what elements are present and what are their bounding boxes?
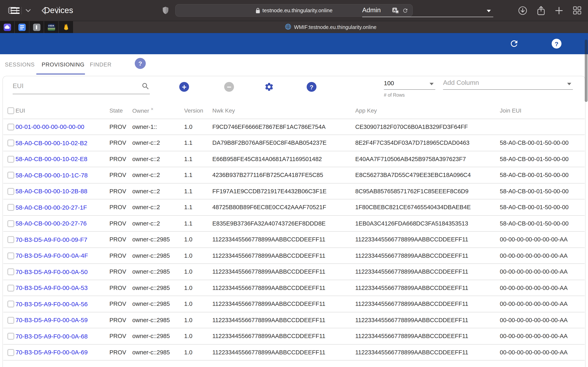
- row-checkbox[interactable]: [7, 156, 14, 162]
- settings-gear-button[interactable]: [264, 82, 274, 92]
- state-cell: PROV: [109, 119, 132, 135]
- remove-column-icon[interactable]: ×: [151, 107, 153, 111]
- page-scrollbar-thumb[interactable]: [585, 40, 588, 102]
- join-eui-cell: 00-00-00-00-00-00-00-AA: [500, 248, 585, 264]
- row-checkbox[interactable]: [7, 284, 14, 291]
- add-device-button[interactable]: +: [179, 82, 189, 92]
- menu-icon[interactable]: [11, 7, 20, 14]
- pinned-tab[interactable]: USDA: [44, 21, 59, 33]
- eui-link[interactable]: 70-B3-D5-A9-F0-00-09-F7: [16, 231, 109, 248]
- owner-cell: owner-c::2985: [132, 264, 184, 280]
- chevron-down-icon: [567, 83, 571, 85]
- column-header-app-key[interactable]: App Key: [355, 102, 500, 119]
- tab-sessions[interactable]: SESSIONS: [5, 62, 35, 68]
- docs-icon: [18, 24, 26, 31]
- pinned-tab[interactable]: [15, 21, 29, 33]
- eui-link[interactable]: 70-B3-D5-A9-F0-00-0A-69: [16, 344, 109, 360]
- eui-link[interactable]: 58-A0-CB-00-00-10-2B-88: [16, 183, 109, 199]
- active-tab[interactable]: WMIF:testnode.eu.thingularity.online: [73, 21, 588, 33]
- help-glyph: ?: [138, 60, 142, 67]
- row-checkbox[interactable]: [7, 188, 14, 195]
- row-checkbox[interactable]: [7, 333, 14, 340]
- join-eui-cell: 00-00-00-00-00-00-00-AA: [500, 280, 585, 296]
- column-header-state[interactable]: State: [109, 102, 132, 119]
- refresh-button[interactable]: [509, 39, 519, 49]
- column-header-join-eui[interactable]: Join EUI: [500, 102, 585, 119]
- nwk-key-cell: 112233445566778899AABBCCDDEEFF11: [212, 264, 355, 280]
- table-row: 70-B3-D5-A9-F0-00-09-F7PROVowner-c::2985…: [3, 231, 585, 248]
- column-header-eui[interactable]: EUI: [16, 102, 109, 119]
- nwk-key-cell: FF197A1E9CCDB721917E4432B06C3F1E: [212, 183, 355, 199]
- header-help-button[interactable]: ?: [552, 39, 562, 49]
- account-select[interactable]: Admin: [362, 5, 493, 17]
- nwk-key-cell: 112233445566778899AABBCCDDEEFF11: [212, 296, 355, 312]
- toolbar-help-button[interactable]: ?: [307, 82, 316, 92]
- table-row: 58-A0-CB-00-00-20-27-76PROVowner-c::21.1…: [3, 215, 585, 231]
- pinned-tab[interactable]: [0, 21, 15, 33]
- app-key-cell: 112233445566778899AABBCCDDEEFF11: [355, 344, 500, 360]
- eui-link[interactable]: 58-A0-CB-00-00-20-27-1F: [16, 199, 109, 215]
- rows-per-page-select[interactable]: 100: [384, 78, 435, 90]
- eui-link[interactable]: 58-A0-CB-00-00-10-02-E8: [16, 151, 109, 167]
- row-checkbox[interactable]: [7, 236, 14, 243]
- eui-link[interactable]: 70-B3-D5-A9-F0-00-0A-50: [16, 264, 109, 280]
- remove-device-button[interactable]: −: [224, 82, 234, 92]
- join-eui-cell: 58-A0-CB-00-01-50-00-00: [500, 215, 585, 231]
- row-checkbox[interactable]: [7, 349, 14, 356]
- sidebar-chevron-down-icon[interactable]: [26, 9, 31, 12]
- join-eui-cell: 00-00-00-00-00-00-00-AA: [500, 312, 585, 328]
- version-cell: 1.0: [184, 119, 212, 135]
- version-cell: 1.1: [184, 151, 212, 167]
- eui-link[interactable]: 58-A0-CB-00-00-10-02-B2: [16, 135, 109, 151]
- app-key-cell: 112233445566778899AABBCCDDEEFF11: [355, 312, 500, 328]
- owner-cell: owner-c::2985: [132, 280, 184, 296]
- share-icon[interactable]: [537, 6, 545, 15]
- eui-search-field[interactable]: EUI: [13, 80, 150, 94]
- downloads-icon[interactable]: [518, 6, 527, 15]
- tab-provisioning[interactable]: PROVISIONING: [42, 62, 85, 68]
- row-checkbox[interactable]: [7, 123, 14, 130]
- tab-finder[interactable]: FINDER: [90, 62, 112, 68]
- new-tab-icon[interactable]: [555, 6, 563, 15]
- row-checkbox[interactable]: [7, 220, 14, 227]
- version-cell: 1.1: [184, 199, 212, 215]
- join-eui-cell: 00-00-00-00-00-00-00-AA: [500, 328, 585, 344]
- eui-link[interactable]: 70-B3-D5-A9-F0-00-0A-68: [16, 328, 109, 344]
- row-checkbox[interactable]: [7, 317, 14, 324]
- table-row: 58-A0-CB-00-00-10-02-B2PROVowner-c::21.1…: [3, 135, 585, 151]
- table-row: 58-A0-CB-00-00-10-2B-88PROVowner-c::21.1…: [3, 183, 585, 199]
- eui-link[interactable]: 70-B3-D5-A9-F0-00-0A-53: [16, 280, 109, 296]
- tab-overview-icon[interactable]: [573, 6, 581, 15]
- row-checkbox[interactable]: [7, 140, 14, 146]
- pinned-tab[interactable]: [59, 21, 73, 33]
- eui-link[interactable]: 58-A0-CB-00-00-10-1C-78: [16, 167, 109, 183]
- column-header-nwk-key[interactable]: Nwk Key: [212, 102, 355, 119]
- tabs-help-button[interactable]: ?: [135, 58, 146, 69]
- eui-link[interactable]: 70-B3-D5-A9-F0-00-0A-56: [16, 296, 109, 312]
- pill-icon: [33, 24, 40, 31]
- active-tab-title: WMIF:testnode.eu.thingularity.online: [294, 24, 376, 30]
- app-key-cell: 112233445566778899AABBCCDDEEFF11: [355, 264, 500, 280]
- page-title: Devices: [44, 6, 73, 15]
- search-icon[interactable]: [141, 82, 150, 92]
- pinned-tab[interactable]: [29, 21, 44, 33]
- add-column-select[interactable]: Add Column: [443, 78, 573, 90]
- nwk-key-cell: 48725B80B89F6EC8E0CC42AAAF70521F: [212, 199, 355, 215]
- row-checkbox[interactable]: [7, 172, 14, 179]
- eui-link[interactable]: 58-A0-CB-00-00-20-27-76: [16, 215, 109, 231]
- join-eui-cell: 58-A0-CB-00-01-50-00-00: [500, 199, 585, 215]
- eui-search-placeholder: EUI: [13, 82, 24, 90]
- eui-link[interactable]: 70-B3-D5-A9-F0-00-0A-4F: [16, 248, 109, 264]
- privacy-shield-icon[interactable]: [163, 7, 169, 14]
- eui-link[interactable]: 70-B3-D5-A9-F0-00-0A-59: [16, 312, 109, 328]
- column-header-owner[interactable]: Owner×: [132, 102, 184, 119]
- join-eui-cell: 00-00-00-00-00-00-00-AA: [500, 264, 585, 280]
- row-checkbox[interactable]: [7, 268, 14, 275]
- row-checkbox[interactable]: [7, 300, 14, 308]
- table-row: 58-A0-CB-00-00-10-02-E8PROVowner-c::21.1…: [3, 151, 585, 167]
- column-header-version[interactable]: Version: [184, 102, 212, 119]
- select-all-checkbox[interactable]: [7, 107, 14, 114]
- row-checkbox[interactable]: [7, 252, 14, 259]
- row-checkbox[interactable]: [7, 204, 14, 211]
- eui-link[interactable]: 00-01-00-00-00-00-00-00: [16, 119, 109, 135]
